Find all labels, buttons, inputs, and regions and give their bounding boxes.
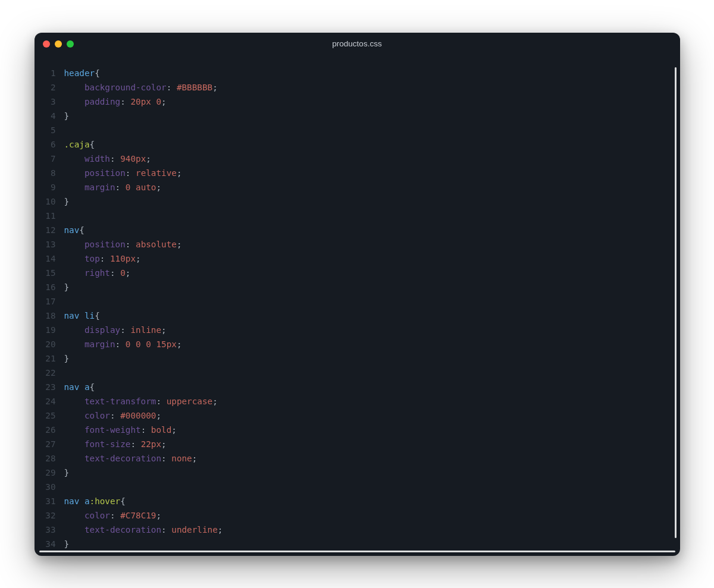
code-line[interactable]: 12nav{ [35,223,680,237]
code-editor[interactable]: 1header{2 background-color: #BBBBBB;3 pa… [35,55,680,556]
line-content[interactable]: } [64,537,70,551]
line-number: 29 [35,466,64,480]
line-number: 33 [35,523,64,537]
line-number: 3 [35,95,64,109]
code-line[interactable]: 13 position: absolute; [35,237,680,251]
line-number: 34 [35,537,64,551]
code-line[interactable]: 5 [35,123,680,137]
line-content[interactable]: header{ [64,66,100,80]
code-line[interactable]: 17 [35,294,680,309]
code-line[interactable]: 7 width: 940px; [35,152,680,166]
line-content[interactable]: text-decoration: none; [64,451,198,466]
line-content[interactable]: nav a{ [64,380,95,394]
minimize-icon[interactable] [55,40,62,48]
line-content[interactable]: color: #000000; [64,408,162,423]
line-content[interactable]: } [64,109,70,123]
window-controls [43,40,74,48]
line-content[interactable]: top: 110px; [64,251,141,266]
line-content[interactable]: background-color: #BBBBBB; [64,80,218,95]
line-content[interactable]: width: 940px; [64,152,151,166]
code-line[interactable]: 19 display: inline; [35,323,680,337]
line-content[interactable]: text-transform: uppercase; [64,394,218,408]
line-content[interactable] [64,480,70,494]
code-line[interactable]: 29} [35,466,680,480]
line-number: 12 [35,223,64,237]
line-content[interactable]: display: inline; [64,323,167,337]
line-number: 22 [35,366,64,380]
line-number: 27 [35,437,64,451]
line-content[interactable]: font-size: 22px; [64,437,167,451]
line-number: 10 [35,194,64,209]
line-content[interactable] [64,294,70,309]
line-number: 30 [35,480,64,494]
line-content[interactable]: right: 0; [64,266,131,280]
code-line[interactable]: 33 text-decoration: underline; [35,523,680,537]
code-line[interactable]: 25 color: #000000; [35,408,680,423]
line-number: 31 [35,494,64,508]
code-line[interactable]: 9 margin: 0 auto; [35,180,680,194]
line-content[interactable]: font-weight: bold; [64,423,177,437]
code-line[interactable]: 20 margin: 0 0 0 15px; [35,337,680,351]
scrollbar-vertical[interactable] [675,67,677,538]
line-content[interactable] [64,123,70,137]
line-content[interactable]: position: absolute; [64,237,182,251]
code-line[interactable]: 6.caja{ [35,137,680,152]
code-line[interactable]: 32 color: #C78C19; [35,508,680,523]
code-line[interactable]: 11 [35,209,680,223]
line-content[interactable]: } [64,194,70,209]
code-line[interactable]: 34} [35,537,680,551]
line-content[interactable]: margin: 0 auto; [64,180,162,194]
code-line[interactable]: 1header{ [35,66,680,80]
line-content[interactable]: nav{ [64,223,84,237]
code-line[interactable]: 2 background-color: #BBBBBB; [35,80,680,95]
titlebar: productos.css [35,33,680,55]
line-number: 17 [35,294,64,309]
line-content[interactable]: } [64,351,70,366]
line-content[interactable]: padding: 20px 0; [64,95,167,109]
code-line[interactable]: 4} [35,109,680,123]
code-line[interactable]: 27 font-size: 22px; [35,437,680,451]
code-line[interactable]: 23nav a{ [35,380,680,394]
line-number: 16 [35,280,64,294]
line-number: 11 [35,209,64,223]
code-line[interactable]: 14 top: 110px; [35,251,680,266]
line-number: 26 [35,423,64,437]
line-content[interactable]: .caja{ [64,137,95,152]
line-number: 5 [35,123,64,137]
line-content[interactable]: } [64,466,70,480]
line-content[interactable]: nav li{ [64,309,100,323]
line-content[interactable]: } [64,280,70,294]
code-line[interactable]: 15 right: 0; [35,266,680,280]
code-line[interactable]: 30 [35,480,680,494]
line-number: 19 [35,323,64,337]
code-line[interactable]: 16} [35,280,680,294]
scrollbar-horizontal[interactable] [39,551,675,552]
line-content[interactable]: margin: 0 0 0 15px; [64,337,182,351]
zoom-icon[interactable] [67,40,74,48]
line-content[interactable]: text-decoration: underline; [64,523,223,537]
line-number: 28 [35,451,64,466]
line-content[interactable] [64,209,70,223]
line-content[interactable]: color: #C78C19; [64,508,162,523]
line-number: 25 [35,408,64,423]
line-content[interactable]: nav a:hover{ [64,494,126,508]
line-number: 14 [35,251,64,266]
line-number: 20 [35,337,64,351]
code-line[interactable]: 22 [35,366,680,380]
code-line[interactable]: 21} [35,351,680,366]
line-number: 21 [35,351,64,366]
code-line[interactable]: 31nav a:hover{ [35,494,680,508]
code-line[interactable]: 18nav li{ [35,309,680,323]
code-line[interactable]: 10} [35,194,680,209]
line-number: 8 [35,166,64,180]
code-line[interactable]: 28 text-decoration: none; [35,451,680,466]
close-icon[interactable] [43,40,50,48]
line-content[interactable] [64,366,70,380]
code-line[interactable]: 8 position: relative; [35,166,680,180]
line-number: 15 [35,266,64,280]
line-number: 13 [35,237,64,251]
code-line[interactable]: 26 font-weight: bold; [35,423,680,437]
code-line[interactable]: 24 text-transform: uppercase; [35,394,680,408]
code-line[interactable]: 3 padding: 20px 0; [35,95,680,109]
line-content[interactable]: position: relative; [64,166,182,180]
